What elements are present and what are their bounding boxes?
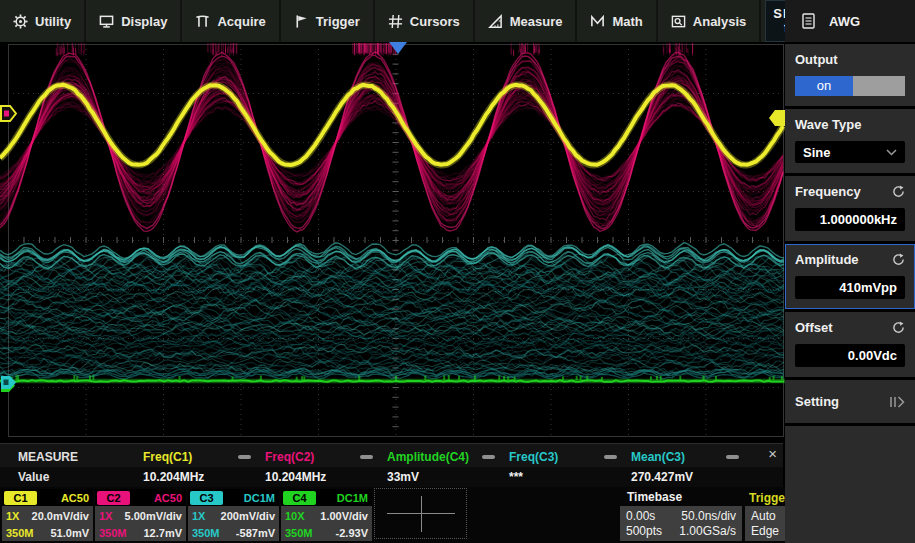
menu-item-label: Cursors	[410, 14, 460, 29]
acquire-icon	[195, 14, 210, 29]
waveform-preview-box[interactable]	[374, 488, 467, 539]
channel-coupling: AC50	[154, 492, 186, 504]
measure-value: ***	[509, 470, 631, 484]
amplitude-label: Amplitude	[795, 252, 859, 267]
channel-scale: 1.00V/div	[320, 510, 368, 522]
menu-item-utility[interactable]: Utility	[0, 0, 86, 42]
measure-close-icon[interactable]: ×	[768, 446, 777, 461]
channel-badge: C3	[190, 491, 223, 505]
trigger-type: Edge	[751, 524, 779, 538]
menu-item-label: Acquire	[217, 14, 265, 29]
channel-offset: -2.93V	[336, 527, 368, 539]
awg-sidebar: Output on Wave Type Sine Frequency	[785, 42, 915, 543]
awg-doc-icon	[802, 13, 815, 29]
channel-offset: 51.0mV	[50, 527, 89, 539]
measure-value: 270.427mV	[631, 470, 753, 484]
measure-label: Mean(C3)	[631, 450, 685, 464]
channel-scale: 5.00mV/div	[125, 510, 182, 522]
output-toggle-off[interactable]	[853, 76, 905, 96]
channel-coupling: DC1M	[244, 492, 279, 504]
channel1-status-box[interactable]: C1 AC50 1X20.0mV/div 350M51.0mV	[2, 489, 93, 541]
channel-bandwidth: 350M	[6, 527, 34, 539]
channel-bandwidth: 350M	[99, 527, 127, 539]
math-icon	[590, 14, 605, 29]
amplitude-value-field[interactable]: 410mVpp	[795, 276, 905, 299]
wavetype-select[interactable]: Sine	[795, 141, 905, 163]
menu-item-trigger[interactable]: Trigger	[281, 0, 375, 42]
sidebar-filler	[785, 426, 915, 543]
trigger-position-marker[interactable]	[389, 42, 407, 54]
channel-atten: 1X	[99, 510, 112, 522]
trigger-level-marker[interactable]	[769, 110, 785, 126]
output-toggle[interactable]: on	[795, 76, 905, 96]
measure-value: 33mV	[387, 470, 509, 484]
menu-item-label: Analysis	[693, 14, 746, 29]
refresh-icon[interactable]	[892, 321, 905, 334]
analysis-icon	[671, 14, 686, 29]
measure-value-label: Value	[0, 470, 143, 484]
measure-remove-button[interactable]	[238, 455, 251, 459]
measure-remove-button[interactable]	[482, 455, 495, 459]
channel-scale: 20.0mV/div	[32, 510, 89, 522]
channel2-status-box[interactable]: C2 AC50 1X5.00mV/div 350M12.7mV	[95, 489, 186, 541]
awg-panel-header[interactable]: AWG	[785, 0, 915, 42]
frequency-label: Frequency	[795, 184, 861, 199]
menu-item-math[interactable]: Math	[577, 0, 657, 42]
measure-panel: MEASURE Freq(C1) Freq(C2) Amplitude(C4) …	[0, 443, 783, 487]
timebase-box[interactable]: Timebase 0.00s50.0ns/div 500pts1.00GSa/s	[620, 488, 742, 541]
output-toggle-on[interactable]: on	[795, 76, 853, 96]
timebase-scale: 50.0ns/div	[681, 509, 736, 523]
channel-atten: 10X	[285, 510, 305, 522]
refresh-icon[interactable]	[892, 185, 905, 198]
offset-value-field[interactable]: 0.00Vdc	[795, 344, 905, 367]
channel-offset: -587mV	[236, 527, 275, 539]
wavetype-label: Wave Type	[795, 117, 861, 132]
menu-item-label: Trigger	[316, 14, 360, 29]
expand-panel-icon	[889, 396, 905, 408]
offset-label: Offset	[795, 320, 833, 335]
preview-crosshair-v	[421, 496, 422, 532]
timebase-delay: 0.00s	[626, 509, 655, 523]
status-bar: C1 AC50 1X20.0mV/div 350M51.0mV C2 AC50 …	[0, 487, 915, 543]
menu-bar: Utility Display Acquire Trigger	[0, 0, 915, 42]
awg-offset-section: Offset 0.00Vdc	[785, 312, 915, 377]
measure-label: Freq(C3)	[509, 450, 558, 464]
menu-item-analysis[interactable]: Analysis	[658, 0, 761, 42]
channel4-status-box[interactable]: C4 DC1M 10X1.00V/div 350M-2.93V	[281, 489, 372, 541]
waveform-canvas	[0, 42, 785, 443]
channel-atten: 1X	[192, 510, 205, 522]
menu-item-measure[interactable]: Measure	[475, 0, 578, 42]
measure-remove-button[interactable]	[360, 455, 373, 459]
awg-wavetype-section: Wave Type Sine	[785, 109, 915, 173]
measure-label: Freq(C1)	[143, 450, 192, 464]
awg-setting-section[interactable]: Setting	[785, 380, 915, 423]
refresh-icon[interactable]	[892, 253, 905, 266]
awg-amplitude-section: Amplitude 410mVpp	[785, 244, 915, 309]
menu-item-cursors[interactable]: Cursors	[375, 0, 475, 42]
channel-badge: C1	[4, 491, 37, 505]
menu-item-label: Math	[612, 14, 642, 29]
menu-item-label: Utility	[35, 14, 71, 29]
waveform-display	[0, 42, 785, 443]
menu-item-display[interactable]: Display	[86, 0, 182, 42]
menu-item-acquire[interactable]: Acquire	[182, 0, 280, 42]
display-icon	[99, 14, 114, 29]
menu-item-label: Measure	[510, 14, 563, 29]
channel3-status-box[interactable]: C3 DC1M 1X200mV/div 350M-587mV	[188, 489, 279, 541]
cursors-icon	[388, 14, 403, 29]
measure-label: Amplitude(C4)	[387, 450, 469, 464]
frequency-value-field[interactable]: 1.000000kHz	[795, 208, 905, 231]
gear-icon	[13, 14, 28, 29]
channel-offset: 12.7mV	[143, 527, 182, 539]
trigger-mode: Auto	[751, 509, 776, 523]
channel-atten: 1X	[6, 510, 19, 522]
measure-value: 10.204MHz	[143, 470, 265, 484]
measure-remove-button[interactable]	[726, 455, 739, 459]
channel3-4-position-marker[interactable]	[0, 375, 17, 392]
menu-item-label: Display	[121, 14, 167, 29]
channel1-2-position-marker[interactable]	[0, 105, 17, 122]
measure-icon	[488, 14, 503, 29]
measure-label: Freq(C2)	[265, 450, 314, 464]
wavetype-value: Sine	[803, 145, 830, 160]
measure-remove-button[interactable]	[604, 455, 617, 459]
